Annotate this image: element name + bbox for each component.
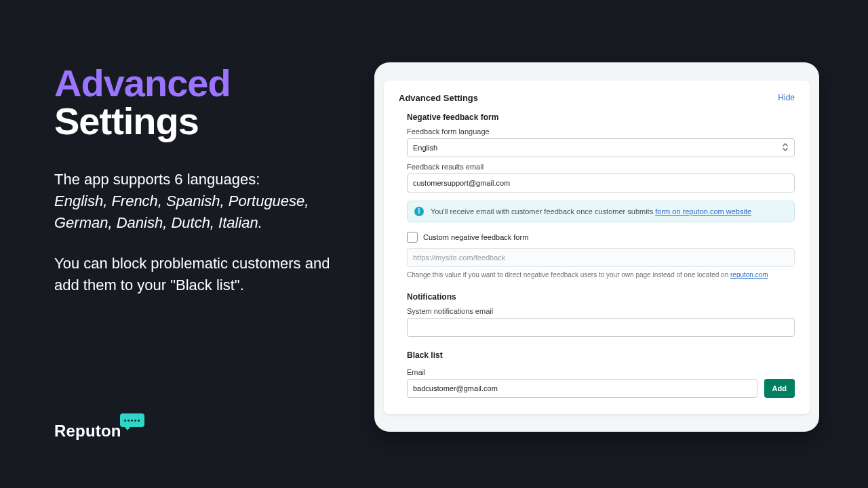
add-button[interactable]: Add (764, 379, 795, 398)
info-icon: i (414, 207, 424, 216)
hide-link[interactable]: Hide (778, 93, 795, 102)
results-email-input[interactable] (407, 174, 795, 192)
blacklist-email-label: Email (407, 368, 795, 376)
hero-title: Advanced Settings (54, 64, 339, 140)
hero-title-line2: Settings (54, 102, 339, 140)
language-select[interactable]: English (407, 138, 795, 157)
custom-feedback-checkbox-label: Custom negative feedback form (423, 233, 528, 241)
hero-paragraph-blacklist: You can block problematic customers and … (54, 253, 339, 296)
settings-card-frame: Advanced Settings Hide Negative feedback… (374, 62, 819, 432)
custom-feedback-url-input[interactable]: https://mysite.com/feedback (407, 248, 795, 267)
section-notifications-heading: Notifications (407, 292, 795, 302)
section-negative-heading: Negative feedback form (407, 113, 795, 122)
advanced-settings-card: Advanced Settings Hide Negative feedback… (384, 81, 810, 414)
hero-para1-lead: The app supports 6 languages: (54, 171, 260, 188)
language-select-value: English (413, 144, 437, 152)
results-email-label: Feedback results email (407, 163, 795, 171)
hero-para1-languages: English, French, Spanish, Portuguese, Ge… (54, 192, 309, 231)
chevron-up-down-icon (782, 143, 789, 152)
speech-bubble-icon (120, 413, 144, 427)
hero-title-line1: Advanced (54, 64, 339, 102)
helper-link[interactable]: reputon.com (730, 271, 768, 279)
custom-feedback-checkbox[interactable] (407, 232, 418, 243)
custom-feedback-url-placeholder: https://mysite.com/feedback (413, 253, 505, 262)
banner-link[interactable]: form on reputon.com website (655, 207, 751, 216)
brand-logo: Reputon (54, 413, 144, 441)
language-label: Feedback form language (407, 127, 795, 136)
card-title: Advanced Settings (399, 93, 478, 103)
brand-name: Reputon (54, 422, 121, 441)
blacklist-email-input[interactable] (407, 379, 757, 398)
info-banner: i You'll receive email with customer fee… (407, 201, 795, 222)
banner-text: You'll receive email with customer feedb… (431, 207, 655, 216)
system-email-input[interactable] (407, 318, 795, 337)
custom-feedback-helper: Change this value if you want to direct … (407, 271, 795, 279)
helper-text: Change this value if you want to direct … (407, 271, 730, 279)
section-blacklist-heading: Black list (407, 350, 795, 360)
hero-paragraph-languages: The app supports 6 languages: English, F… (54, 169, 339, 234)
system-email-label: System notifications email (407, 307, 795, 315)
